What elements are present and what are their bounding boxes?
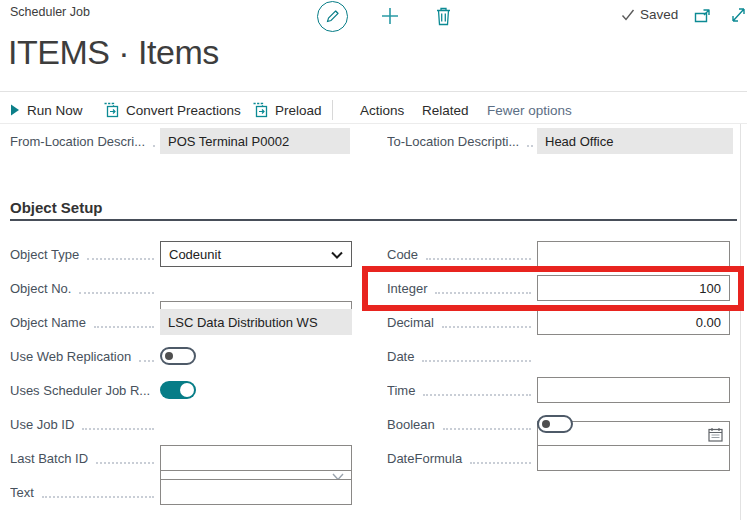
fewer-options-label: Fewer options: [487, 103, 572, 118]
add-button[interactable]: [379, 5, 401, 27]
use-web-replication-toggle[interactable]: [160, 347, 196, 365]
toggle-knob: [542, 420, 550, 428]
dotted-leader: [96, 453, 154, 464]
pages-icon: [103, 102, 119, 118]
dotted-leader: [470, 453, 531, 464]
text-label: Text: [10, 479, 157, 505]
preload-label: Preload: [275, 103, 322, 118]
section-underline: [10, 219, 737, 221]
diagonal-arrows-icon: [730, 6, 747, 24]
use-job-id-label: Use Job ID: [10, 411, 157, 437]
object-name-label: Object Name: [10, 309, 157, 335]
run-now-label: Run Now: [27, 103, 83, 118]
last-batch-id-label: Last Batch ID: [10, 445, 157, 471]
save-status: Saved: [621, 7, 678, 22]
dotted-leader: [87, 249, 154, 260]
dotted-leader: [443, 419, 531, 430]
to-location-label: To-Location Descripti...: [387, 128, 534, 154]
pane-divider: [740, 124, 741, 520]
open-in-new-window-icon: [694, 8, 711, 24]
convert-preactions-label: Convert Preactions: [126, 103, 241, 118]
section-title: Object Setup: [10, 199, 103, 216]
uses-scheduler-job-label: Uses Scheduler Job R...: [10, 377, 157, 403]
from-location-field: POS Terminal P0002: [160, 128, 350, 154]
related-menu[interactable]: Related: [422, 97, 469, 123]
dotted-leader: [94, 317, 154, 328]
related-label: Related: [422, 103, 469, 118]
delete-button[interactable]: [433, 5, 453, 27]
edit-button[interactable]: [317, 1, 348, 32]
object-type-select[interactable]: Codeunit: [160, 241, 352, 267]
toggle-knob: [180, 383, 194, 397]
text-input[interactable]: [160, 479, 352, 505]
run-now-button[interactable]: Run Now: [10, 97, 83, 123]
uses-scheduler-job-toggle[interactable]: [160, 381, 196, 399]
boolean-label: Boolean: [387, 411, 534, 437]
dotted-leader: [435, 283, 531, 294]
dotted-leader: [422, 351, 531, 362]
preload-button[interactable]: Preload: [252, 97, 322, 123]
integer-input[interactable]: 100: [537, 275, 730, 301]
date-label: Date: [387, 343, 534, 369]
code-label: Code: [387, 241, 534, 267]
decimal-input[interactable]: 0.00: [537, 309, 730, 335]
chevron-down-icon: [331, 251, 343, 259]
last-batch-id-input[interactable]: [160, 445, 352, 471]
toggle-knob: [165, 352, 173, 360]
convert-preactions-button[interactable]: Convert Preactions: [103, 97, 241, 123]
object-name-field: LSC Data Distribution WS: [160, 309, 352, 335]
dotted-leader: [42, 487, 154, 498]
saved-label: Saved: [640, 7, 678, 22]
time-label: Time: [387, 377, 534, 403]
calendar-icon[interactable]: [708, 427, 723, 442]
plus-icon: [380, 6, 400, 26]
dateformula-label: DateFormula: [387, 445, 534, 471]
saved-check-icon: [621, 9, 635, 21]
actionbar-separator: [332, 100, 333, 120]
popout-button[interactable]: [693, 6, 712, 25]
actions-label: Actions: [360, 103, 404, 118]
dotted-leader: [139, 351, 154, 362]
dotted-leader: [426, 249, 531, 260]
dotted-leader: [442, 317, 531, 328]
trash-icon: [435, 6, 452, 26]
dotted-leader: [423, 385, 531, 396]
to-location-field: Head Office: [537, 128, 733, 154]
integer-label: Integer: [387, 275, 534, 301]
play-icon: [10, 104, 20, 116]
dateformula-input[interactable]: [537, 445, 730, 471]
dotted-leader: [79, 283, 154, 294]
actionbar-divider: [0, 123, 747, 124]
code-input[interactable]: [537, 241, 730, 267]
dotted-leader: [82, 419, 154, 430]
header-divider: [0, 91, 747, 92]
page-caption: Scheduler Job: [10, 5, 90, 19]
object-type-label: Object Type: [10, 241, 157, 267]
time-input[interactable]: [537, 377, 730, 403]
boolean-toggle[interactable]: [537, 415, 573, 433]
decimal-label: Decimal: [387, 309, 534, 335]
page-title: ITEMS · Items: [8, 33, 219, 72]
use-web-replication-label: Use Web Replication: [10, 343, 157, 369]
dotted-leader: [153, 136, 157, 147]
dotted-leader: [527, 136, 533, 147]
pencil-icon: [325, 9, 340, 24]
fewer-options-button[interactable]: Fewer options: [487, 97, 572, 123]
resize-window-button[interactable]: [729, 5, 747, 25]
pages-icon: [252, 102, 268, 118]
from-location-label: From-Location Descri...: [10, 128, 157, 154]
actions-menu[interactable]: Actions: [360, 97, 404, 123]
object-no-label: Object No.: [10, 275, 157, 301]
